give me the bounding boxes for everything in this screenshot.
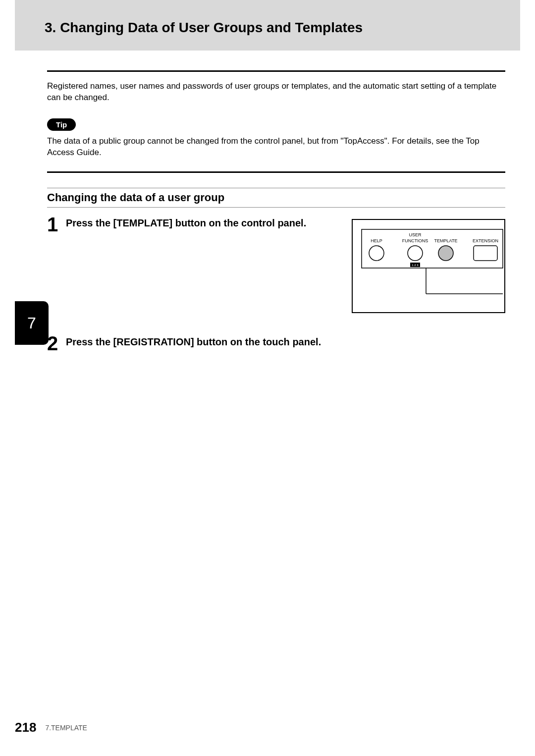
panel-template-label: TEMPLATE (434, 238, 458, 243)
step-2-number: 2 (47, 333, 66, 353)
rule-below-heading (47, 207, 505, 208)
page-header: 3. Changing Data of User Groups and Temp… (15, 0, 520, 51)
tip-text: The data of a public group cannot be cha… (47, 136, 505, 159)
page-content: Registered names, user names and passwor… (0, 51, 535, 353)
panel-small-label: 1 2 3 (412, 264, 419, 267)
control-panel-illustration: HELP USER FUNCTIONS 1 2 3 TEMPLATE EXTEN… (352, 215, 505, 314)
step-2-text: Press the [REGISTRATION] button on the t… (66, 333, 505, 348)
panel-help-label: HELP (371, 238, 382, 243)
intro-paragraph: Registered names, user names and passwor… (47, 81, 505, 104)
page-number: 218 (15, 720, 36, 735)
step-1: 1 Press the [TEMPLATE] button on the con… (47, 215, 505, 314)
page-title: 3. Changing Data of User Groups and Temp… (45, 20, 520, 36)
section-heading: Changing the data of a user group (47, 188, 505, 207)
panel-extension-label: EXTENSION (473, 238, 498, 243)
tip-label: Tip (47, 118, 76, 131)
svg-point-3 (408, 246, 423, 261)
svg-rect-6 (474, 246, 497, 261)
panel-user-label: USER (409, 232, 422, 237)
svg-point-5 (438, 246, 453, 261)
step-1-number: 1 (47, 215, 66, 234)
step-2: 2 Press the [REGISTRATION] button on the… (47, 333, 505, 353)
footer-chapter: 7.TEMPLATE (45, 724, 87, 732)
rule-top (47, 70, 505, 72)
rule-after-tip (47, 171, 505, 173)
chapter-tab: 7 (15, 301, 49, 345)
page-footer: 218 7.TEMPLATE (15, 720, 87, 735)
section-heading-block: Changing the data of a user group (47, 188, 505, 208)
svg-point-2 (369, 246, 384, 261)
tip-block: Tip The data of a public group cannot be… (47, 118, 505, 159)
panel-functions-label: FUNCTIONS (402, 238, 428, 243)
step-1-text: Press the [TEMPLATE] button on the contr… (66, 215, 342, 314)
